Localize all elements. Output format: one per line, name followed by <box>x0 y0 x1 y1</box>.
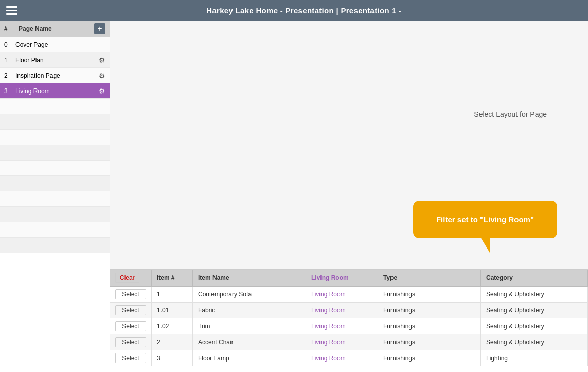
table-row: Select 3 Floor Lamp Living Room Furnishi… <box>110 350 588 366</box>
item-name-cell: Fabric <box>193 303 306 318</box>
sidebar-row-num: 0 <box>4 41 15 48</box>
category-cell: Lighting <box>481 350 588 366</box>
col-header-action: Clear <box>110 270 152 287</box>
sidebar-row-num: 2 <box>4 72 15 79</box>
sidebar-header: # Page Name + <box>0 21 110 37</box>
select-button[interactable]: Select <box>115 337 146 347</box>
top-bar: Harkey Lake Home - Presentation | Presen… <box>0 0 588 21</box>
select-cell[interactable]: Select <box>110 303 152 318</box>
filter-cell: Living Room <box>306 287 378 303</box>
item-name-cell: Trim <box>193 318 306 334</box>
table-row: Select 1 Contemporary Sofa Living Room F… <box>110 287 588 303</box>
col-header-category: Category <box>481 270 588 287</box>
item-num-cell: 2 <box>152 334 193 350</box>
col-header-type: Type <box>378 270 481 287</box>
gear-icon[interactable]: ⚙ <box>99 87 105 95</box>
category-cell: Seating & Upholstery <box>481 318 588 334</box>
sidebar-empty-row <box>0 191 110 207</box>
item-num-cell: 3 <box>152 350 193 366</box>
sidebar-row-label: Cover Page <box>15 41 105 48</box>
category-cell: Seating & Upholstery <box>481 303 588 318</box>
sidebar-row-label: Living Room <box>15 87 99 95</box>
sidebar-empty-row <box>0 99 110 114</box>
sidebar-row-num: 3 <box>4 87 15 95</box>
sidebar-empty-row <box>0 222 110 238</box>
select-button[interactable]: Select <box>115 353 146 363</box>
select-cell[interactable]: Select <box>110 334 152 350</box>
sidebar-empty-row <box>0 207 110 222</box>
item-name-cell: Floor Lamp <box>193 350 306 366</box>
filter-tooltip: Filter set to "Living Room" <box>413 201 557 238</box>
category-cell: Seating & Upholstery <box>481 334 588 350</box>
sidebar-list: 0 Cover Page 1 Floor Plan ⚙ 2 Inspiratio… <box>0 37 110 372</box>
gear-icon[interactable]: ⚙ <box>99 72 105 80</box>
gear-icon[interactable]: ⚙ <box>99 56 105 64</box>
items-table: Clear Item # Item Name Living Room Type … <box>110 270 588 366</box>
sidebar: # Page Name + 0 Cover Page 1 Floor Plan … <box>0 21 110 372</box>
filter-cell: Living Room <box>306 318 378 334</box>
app-title: Harkey Lake Home - Presentation | Presen… <box>26 6 582 15</box>
sidebar-empty-row <box>0 238 110 253</box>
sidebar-item-cover-page[interactable]: 0 Cover Page <box>0 37 110 52</box>
add-page-button[interactable]: + <box>94 23 105 34</box>
sidebar-item-inspiration-page[interactable]: 2 Inspiration Page ⚙ <box>0 68 110 83</box>
sidebar-pagename-col: Page Name <box>19 25 94 32</box>
filter-cell: Living Room <box>306 334 378 350</box>
items-table-area: Clear Item # Item Name Living Room Type … <box>110 269 588 372</box>
content-area: Select Layout for Page Filter set to "Li… <box>110 21 588 372</box>
type-cell: Furnishings <box>378 318 481 334</box>
select-cell[interactable]: Select <box>110 350 152 366</box>
sidebar-item-living-room[interactable]: 3 Living Room ⚙ <box>0 83 110 99</box>
select-button[interactable]: Select <box>115 289 146 299</box>
sidebar-empty-row <box>0 130 110 145</box>
select-cell[interactable]: Select <box>110 287 152 303</box>
select-cell[interactable]: Select <box>110 318 152 334</box>
canvas-area: Select Layout for Page Filter set to "Li… <box>110 21 588 269</box>
filter-cell: Living Room <box>306 303 378 318</box>
select-button[interactable]: Select <box>115 305 146 315</box>
clear-filter-button[interactable]: Clear <box>115 273 139 283</box>
filter-cell: Living Room <box>306 350 378 366</box>
hamburger-menu-icon[interactable] <box>6 6 17 15</box>
main-layout: # Page Name + 0 Cover Page 1 Floor Plan … <box>0 21 588 372</box>
sidebar-item-floor-plan[interactable]: 1 Floor Plan ⚙ <box>0 52 110 68</box>
item-num-cell: 1.02 <box>152 318 193 334</box>
type-cell: Furnishings <box>378 287 481 303</box>
table-row: Select 1.01 Fabric Living Room Furnishin… <box>110 303 588 318</box>
item-num-cell: 1.01 <box>152 303 193 318</box>
type-cell: Furnishings <box>378 334 481 350</box>
sidebar-row-label: Inspiration Page <box>15 72 99 79</box>
item-name-cell: Contemporary Sofa <box>193 287 306 303</box>
col-header-item-name: Item Name <box>193 270 306 287</box>
sidebar-empty-row <box>0 145 110 161</box>
sidebar-empty-row <box>0 161 110 176</box>
sidebar-row-label: Floor Plan <box>15 57 99 64</box>
sidebar-empty-row <box>0 114 110 130</box>
table-row: Select 2 Accent Chair Living Room Furnis… <box>110 334 588 350</box>
sidebar-empty-row <box>0 176 110 191</box>
col-header-item-num: Item # <box>152 270 193 287</box>
sidebar-row-num: 1 <box>4 57 15 64</box>
table-row: Select 1.02 Trim Living Room Furnishings… <box>110 318 588 334</box>
type-cell: Furnishings <box>378 303 481 318</box>
type-cell: Furnishings <box>378 350 481 366</box>
item-name-cell: Accent Chair <box>193 334 306 350</box>
item-num-cell: 1 <box>152 287 193 303</box>
select-button[interactable]: Select <box>115 321 146 331</box>
col-header-filter: Living Room <box>306 270 378 287</box>
select-layout-label: Select Layout for Page <box>474 110 547 118</box>
category-cell: Seating & Upholstery <box>481 287 588 303</box>
sidebar-hash-col: # <box>4 25 19 32</box>
